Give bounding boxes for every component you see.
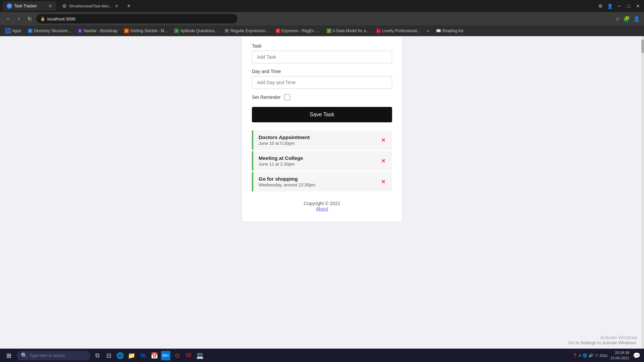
bookmark-getting-started-label: Getting Started - M... — [130, 28, 167, 33]
network-icon[interactable]: 🌐 — [583, 353, 587, 358]
windows-activate: Activate Windows Go to Settings to activ… — [569, 335, 637, 345]
page-content: Task Day and Time Set Reminder Save Task… — [0, 36, 644, 349]
notification-button[interactable]: 💬 — [632, 351, 641, 360]
edge-icon[interactable]: 🌐 — [115, 351, 125, 360]
address-bar-right: ☆ 🧩 👤 — [615, 16, 640, 22]
apps-grid-icon — [5, 28, 11, 34]
delete-task-1[interactable]: ✕ — [380, 157, 387, 166]
bookmark-regex[interactable]: R Regular Expression... — [222, 28, 272, 34]
start-button[interactable]: ⊞ — [3, 350, 15, 362]
clock-time: 20:34:38 — [610, 350, 629, 355]
bookmark-espresso-label: Espresso - RegEx -... — [282, 28, 320, 33]
bookmark-icon-getting-started: M — [124, 28, 129, 33]
copyright-text: Copyright © 2021 — [252, 201, 392, 206]
delete-task-2[interactable]: ✕ — [380, 177, 387, 186]
window-controls: ⚙ 👤 ─ □ ✕ — [597, 3, 641, 9]
extensions-icon[interactable]: 🧩 — [623, 16, 630, 22]
task-time-1: June 11 at 2:30pm — [259, 162, 303, 167]
language-indicator: ENG — [600, 354, 608, 358]
show-hidden-icons[interactable]: ∧ — [579, 353, 581, 358]
task-form-group: Task — [252, 43, 392, 63]
bookmark-more[interactable]: » — [424, 28, 432, 34]
explorer-icon[interactable]: 📁 — [127, 351, 136, 360]
scrollbar-thumb[interactable] — [641, 40, 644, 53]
scrollbar-track — [641, 36, 644, 349]
tab-bar: T Task Tracker ✕ G ShrutiSemwal/Task-Man… — [0, 0, 644, 12]
task-title-2: Go for shopping — [259, 176, 315, 182]
activate-windows-title: Activate Windows — [569, 335, 637, 340]
refresh-button[interactable]: ↻ — [25, 16, 34, 22]
taskbar-search-input[interactable] — [30, 353, 87, 358]
task-time-0: June 10 at 5:30pm — [259, 141, 310, 146]
bookmark-apps[interactable]: Apps — [3, 27, 24, 34]
help-icon[interactable]: ❓ — [573, 353, 577, 358]
tab-task-tracker[interactable]: T Task Tracker ✕ — [3, 1, 56, 11]
search-bar[interactable]: 🔍 — [17, 351, 91, 360]
profile-avatar[interactable]: 👤 — [633, 16, 640, 22]
activate-windows-subtitle: Go to Settings to activate Windows. — [569, 340, 637, 345]
volume-icon[interactable]: 🔊 — [589, 353, 593, 358]
tab-close-github[interactable]: ✕ — [115, 3, 119, 9]
maximize-button[interactable]: □ — [625, 3, 632, 9]
task-title-1: Meeting at College — [259, 155, 303, 161]
minimize-button[interactable]: ─ — [616, 3, 623, 9]
task-time-2: Wednesday, around 12:30pm — [259, 182, 315, 187]
task-list: Doctors Appointment June 10 at 5:30pm ✕ … — [252, 130, 392, 193]
forward-button[interactable]: › — [15, 16, 23, 22]
widgets-button[interactable]: ⊟ — [104, 351, 113, 360]
bookmark-data-model[interactable]: Y A Data Model for a... — [324, 28, 372, 34]
app-icon-1[interactable]: 99+ — [161, 351, 170, 360]
day-time-form-group: Day and Time — [252, 69, 392, 89]
task-item-2: Go for shopping Wednesday, around 12:30p… — [252, 172, 392, 191]
bookmark-espresso[interactable]: E Espresso - RegEx -... — [273, 28, 323, 34]
save-task-button[interactable]: Save Task — [252, 107, 392, 122]
taskbar-right: ❓ ∧ 🌐 🔊 🛡 ENG 20:34:38 13-06-2021 💬 — [573, 350, 641, 361]
search-icon: 🔍 — [21, 352, 28, 359]
star-icon[interactable]: ☆ — [615, 16, 620, 22]
antivirus-icon[interactable]: 🛡 — [595, 354, 598, 358]
bookmark-reading-list-label: Reading list — [442, 28, 464, 33]
close-button[interactable]: ✕ — [635, 3, 641, 9]
reminder-label: Set Reminder — [252, 95, 281, 100]
url-bar[interactable]: 🔒 localhost:3000 — [36, 14, 237, 23]
address-bar: ‹ › ↻ 🔒 localhost:3000 ☆ 🧩 👤 — [0, 12, 644, 25]
chrome-icon[interactable]: ⊙ — [172, 351, 182, 360]
task-view-button[interactable]: ⧉ — [93, 351, 102, 360]
new-tab-button[interactable]: + — [124, 1, 133, 11]
bookmark-navbar[interactable]: B Navbar - Bootstrap — [75, 28, 120, 34]
task-info-1: Meeting at College June 11 at 2:30pm — [259, 155, 303, 167]
tab-close-task-tracker[interactable]: ✕ — [48, 3, 52, 9]
calendar-icon[interactable]: 📅 — [150, 351, 159, 360]
delete-task-0[interactable]: ✕ — [380, 136, 387, 145]
day-time-input[interactable] — [252, 76, 392, 89]
tab-label-task-tracker: Task Tracker — [14, 4, 37, 8]
task-label: Task — [252, 43, 392, 49]
bookmark-directory[interactable]: B Directory Structure... — [25, 28, 73, 34]
bookmark-lovely[interactable]: L Lovely Professional... — [373, 28, 423, 34]
bookmark-icon-espresso: E — [276, 28, 280, 33]
office-icon[interactable]: W — [184, 351, 193, 360]
store-icon[interactable]: 🛍 — [138, 351, 148, 360]
bookmark-regex-label: Regular Expression... — [230, 28, 269, 33]
profile-icon[interactable]: 👤 — [606, 3, 613, 9]
bookmark-getting-started[interactable]: M Getting Started - M... — [121, 28, 170, 34]
bookmark-navbar-label: Navbar - Bootstrap — [84, 28, 117, 33]
task-input[interactable] — [252, 51, 392, 63]
day-time-label: Day and Time — [252, 69, 392, 74]
bookmark-data-model-label: A Data Model for a... — [333, 28, 369, 33]
bookmark-reading-list[interactable]: 📖 Reading list — [433, 28, 466, 34]
bookmark-icon-regex: R — [224, 28, 229, 33]
back-button[interactable]: ‹ — [4, 16, 12, 22]
vs-icon[interactable]: 💻 — [195, 351, 205, 360]
tab-github[interactable]: G ShrutiSemwal/Task-Manager: A... ✕ — [58, 1, 123, 11]
bookmark-aptitude[interactable]: A Aptitude Questions... — [171, 28, 220, 34]
task-info-2: Go for shopping Wednesday, around 12:30p… — [259, 176, 315, 187]
task-item-1: Meeting at College June 11 at 2:30pm ✕ — [252, 151, 392, 171]
footer: Copyright © 2021 About — [252, 201, 392, 212]
reminder-checkbox[interactable] — [284, 94, 290, 100]
url-text: localhost:3000 — [47, 16, 75, 21]
settings-icon[interactable]: ⚙ — [597, 3, 604, 9]
task-title-0: Doctors Appointment — [259, 134, 310, 140]
about-link[interactable]: About — [316, 206, 328, 212]
bookmark-lovely-label: Lovely Professional... — [382, 28, 420, 33]
